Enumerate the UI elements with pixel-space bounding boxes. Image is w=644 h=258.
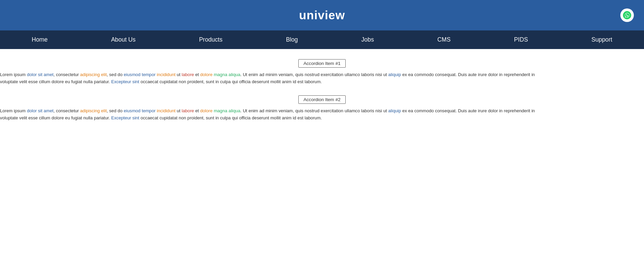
accordion-header-1: Accordion Item #1 [0, 59, 644, 68]
main-navbar: Home About Us Products Blog Jobs CMS PID… [0, 30, 644, 49]
nav-support[interactable]: Support [588, 31, 616, 49]
whatsapp-button[interactable] [620, 8, 634, 22]
site-logo: uniview [299, 8, 345, 22]
accordion-body-2: Lorem ipsum dolor sit amet, consectetur … [0, 107, 644, 125]
accordion-button-1[interactable]: Accordion Item #1 [298, 59, 346, 68]
accordion-header-2: Accordion Item #2 [0, 95, 644, 104]
site-header: uniview [0, 0, 644, 30]
accordion-item-2: Accordion Item #2 Lorem ipsum dolor sit … [0, 95, 644, 125]
accordion-button-2[interactable]: Accordion Item #2 [298, 95, 346, 104]
accordion-item-1: Accordion Item #1 Lorem ipsum dolor sit … [0, 59, 644, 89]
lorem-text-1: Lorem ipsum dolor sit amet, consectetur … [0, 72, 535, 84]
whatsapp-icon [623, 11, 631, 20]
nav-home[interactable]: Home [28, 31, 51, 49]
nav-jobs[interactable]: Jobs [358, 31, 377, 49]
svg-point-0 [623, 11, 631, 19]
nav-products[interactable]: Products [196, 31, 226, 49]
nav-cms[interactable]: CMS [434, 31, 454, 49]
main-content: Accordion Item #1 Lorem ipsum dolor sit … [0, 49, 644, 145]
nav-about[interactable]: About Us [108, 31, 139, 49]
nav-blog[interactable]: Blog [282, 31, 301, 49]
accordion-body-1: Lorem ipsum dolor sit amet, consectetur … [0, 71, 644, 89]
lorem-text-2: Lorem ipsum dolor sit amet, consectetur … [0, 108, 535, 120]
nav-pids[interactable]: PIDS [511, 31, 531, 49]
